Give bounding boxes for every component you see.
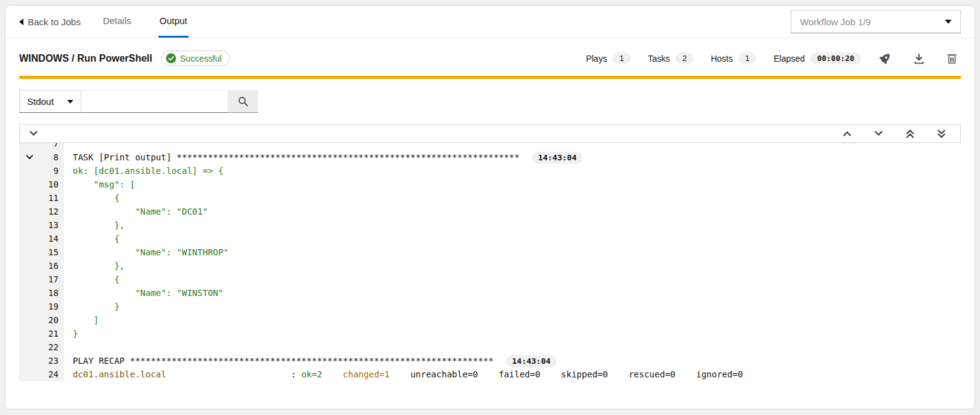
tab-details-label: Details (103, 15, 131, 26)
line-number: 7 (19, 143, 64, 150)
job-meta: Plays1Tasks2Hosts1Elapsed00:00:20 (586, 52, 961, 64)
line-content: TASK [Print output] ********************… (64, 150, 583, 164)
line-gutter: 21 (19, 327, 64, 340)
tab-output-label: Output (160, 15, 187, 26)
tab-details[interactable]: Details (102, 6, 133, 38)
stat-label: Tasks (648, 54, 670, 64)
collapse-task-icon[interactable] (26, 150, 33, 164)
line-number: 12 (19, 205, 64, 218)
stat-label: Hosts (711, 54, 733, 64)
output-line: 14 { (19, 232, 961, 245)
output-line: 22 (19, 340, 961, 354)
line-gutter: 19 (19, 300, 64, 313)
line-content: { (64, 232, 120, 245)
line-number: 24 (19, 368, 64, 381)
scroll-first-button[interactable] (902, 128, 918, 139)
back-caret-icon (19, 18, 23, 25)
line-gutter: 20 (19, 313, 64, 327)
chevron-down-icon (30, 131, 38, 136)
line-content: { (64, 273, 120, 286)
output-toolbar (19, 124, 961, 143)
line-number: 18 (19, 286, 64, 300)
back-to-jobs-link[interactable]: Back to Jobs (19, 6, 81, 38)
job-header: WINDOWS / Run PowerShell Successful Play… (6, 38, 974, 76)
stat-value-badge: 1 (613, 52, 631, 64)
job-stat-elapsed: Elapsed00:00:20 (774, 52, 861, 64)
line-content: "msg": [ (64, 178, 135, 191)
output-line: 9ok: [dc01.ansible.local] => { (19, 164, 961, 178)
check-circle-icon (166, 53, 176, 64)
line-content: "Name": "WINTHROP" (64, 245, 229, 259)
output-line: 16 }, (19, 259, 961, 273)
line-content: "Name": "WINSTON" (64, 286, 223, 300)
output-line: 8TASK [Print output] *******************… (19, 150, 961, 164)
job-stat-tasks: Tasks2 (648, 52, 693, 64)
line-number: 17 (19, 273, 64, 286)
caret-down-icon (67, 100, 73, 104)
line-number: 21 (19, 327, 64, 340)
download-output-button[interactable] (910, 53, 928, 64)
job-stats: Plays1Tasks2Hosts1Elapsed00:00:20 (586, 52, 861, 64)
line-gutter: 13 (19, 218, 64, 232)
line-content: "Name": "DC01" (64, 205, 208, 218)
output-line: 11 { (19, 191, 961, 205)
line-number: 23 (19, 354, 64, 368)
stat-value-badge: 00:00:20 (811, 52, 861, 64)
status-badge: Successful (161, 51, 230, 66)
line-content: PLAY RECAP *****************************… (64, 354, 557, 368)
output-line: 10 "msg": [ (19, 178, 961, 191)
relaunch-button[interactable] (876, 52, 895, 64)
expand-collapse-all-button[interactable] (26, 129, 41, 138)
output-line: 21} (19, 327, 961, 340)
line-content: { (64, 191, 120, 205)
chevron-double-up-icon (906, 129, 914, 138)
top-tab-bar: Back to Jobs Details Output Workflow Job… (6, 6, 974, 38)
output-line: 12 "Name": "DC01" (19, 205, 961, 218)
output-line: 15 "Name": "WINTHROP" (19, 245, 961, 259)
job-status-color-bar (19, 76, 961, 79)
line-content: }, (64, 259, 125, 273)
workflow-job-select-value: Workflow Job 1/9 (800, 17, 871, 27)
tab-output[interactable]: Output (158, 6, 189, 38)
scroll-previous-button[interactable] (839, 128, 855, 139)
line-number: 16 (19, 259, 64, 273)
line-number: 13 (19, 218, 64, 232)
workflow-job-select[interactable]: Workflow Job 1/9 (791, 10, 961, 33)
stat-label: Plays (586, 54, 607, 64)
output-filter-row: Stdout (19, 90, 961, 113)
job-title: WINDOWS / Run PowerShell (19, 53, 152, 64)
output-lines: 78TASK [Print output] ******************… (19, 143, 961, 381)
search-button[interactable] (228, 90, 258, 113)
line-gutter: 10 (19, 178, 64, 191)
line-gutter: 7 (19, 143, 64, 150)
timestamp-badge: 14:43:04 (506, 355, 557, 368)
line-gutter: 18 (19, 286, 64, 300)
line-number: 9 (19, 164, 64, 178)
scroll-last-button[interactable] (934, 128, 949, 139)
line-content (64, 143, 73, 150)
job-stat-plays: Plays1 (586, 52, 631, 64)
line-content: dc01.ansible.local : ok=2 changed=1 unre… (64, 368, 743, 381)
trash-icon (947, 53, 957, 64)
output-search-input[interactable] (81, 90, 228, 113)
line-number: 10 (19, 178, 64, 191)
chevron-double-down-icon (937, 129, 945, 138)
line-gutter: 24 (19, 368, 64, 381)
output-line: 13 }, (19, 218, 961, 232)
line-content: ] (64, 313, 99, 327)
line-content: } (64, 300, 120, 313)
output-line: 20 ] (19, 313, 961, 327)
line-gutter: 12 (19, 205, 64, 218)
scroll-next-button[interactable] (871, 128, 886, 139)
line-number: 22 (19, 340, 64, 354)
stat-label: Elapsed (774, 54, 805, 64)
output-type-select-value: Stdout (27, 96, 54, 107)
line-gutter: 11 (19, 191, 64, 205)
delete-job-button[interactable] (943, 53, 961, 64)
chevron-down-icon (875, 131, 883, 136)
line-gutter: 23 (19, 354, 64, 368)
output-type-select[interactable]: Stdout (19, 90, 81, 113)
chevron-up-icon (843, 131, 851, 136)
caret-down-icon (945, 20, 952, 24)
stat-value-badge: 2 (676, 52, 693, 64)
